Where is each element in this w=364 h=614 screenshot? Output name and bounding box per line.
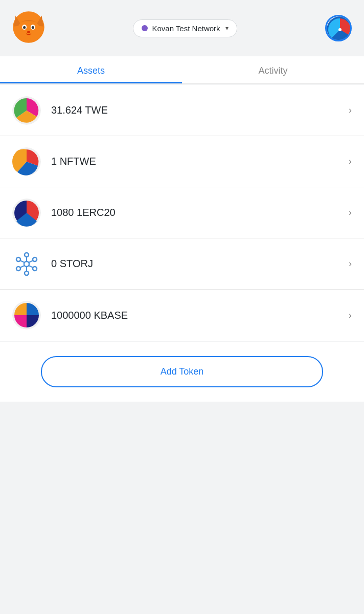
add-token-container: Add Token	[0, 342, 364, 402]
svg-point-7	[32, 26, 34, 29]
storj-amount: 0 STORJ	[51, 258, 344, 270]
kbase-chevron-icon: ›	[349, 310, 352, 321]
asset-list: 31.624 TWE › 1 NFTWE › 1080 1ERC20 ›	[0, 85, 364, 341]
header: Kovan Test Network ▾	[0, 0, 364, 56]
tabs-container: Assets Activity	[0, 56, 364, 84]
nftwe-token-icon	[12, 147, 41, 176]
network-status-dot	[142, 25, 148, 31]
asset-item-nftwe[interactable]: 1 NFTWE ›	[0, 136, 364, 187]
account-avatar[interactable]	[325, 15, 352, 41]
kbase-amount: 1000000 KBASE	[51, 310, 344, 321]
asset-item-kbase[interactable]: 1000000 KBASE ›	[0, 290, 364, 341]
network-selector[interactable]: Kovan Test Network ▾	[133, 19, 237, 37]
add-token-button[interactable]: Add Token	[41, 356, 323, 387]
twe-token-icon	[12, 96, 41, 125]
kbase-token-icon	[12, 301, 41, 330]
metamask-logo	[12, 11, 45, 46]
storj-token-icon	[12, 250, 41, 278]
1erc20-chevron-icon: ›	[349, 207, 352, 218]
network-name: Kovan Test Network	[152, 24, 220, 33]
chevron-down-icon: ▾	[225, 25, 229, 32]
tab-assets[interactable]: Assets	[0, 56, 182, 83]
asset-item-twe[interactable]: 31.624 TWE ›	[0, 85, 364, 136]
nftwe-amount: 1 NFTWE	[51, 156, 344, 167]
storj-chevron-icon: ›	[349, 258, 352, 269]
svg-point-10	[338, 28, 342, 31]
nftwe-chevron-icon: ›	[349, 156, 352, 167]
svg-point-3	[17, 20, 40, 39]
svg-point-8	[27, 31, 30, 33]
twe-amount: 31.624 TWE	[51, 104, 344, 116]
twe-chevron-icon: ›	[349, 105, 352, 116]
svg-point-6	[23, 26, 26, 29]
asset-item-1erc20[interactable]: 1080 1ERC20 ›	[0, 187, 364, 238]
1erc20-token-icon	[12, 199, 41, 227]
1erc20-amount: 1080 1ERC20	[51, 207, 344, 218]
svg-point-14	[12, 250, 41, 278]
tab-activity[interactable]: Activity	[182, 56, 364, 83]
asset-item-storj[interactable]: 0 STORJ ›	[0, 238, 364, 290]
